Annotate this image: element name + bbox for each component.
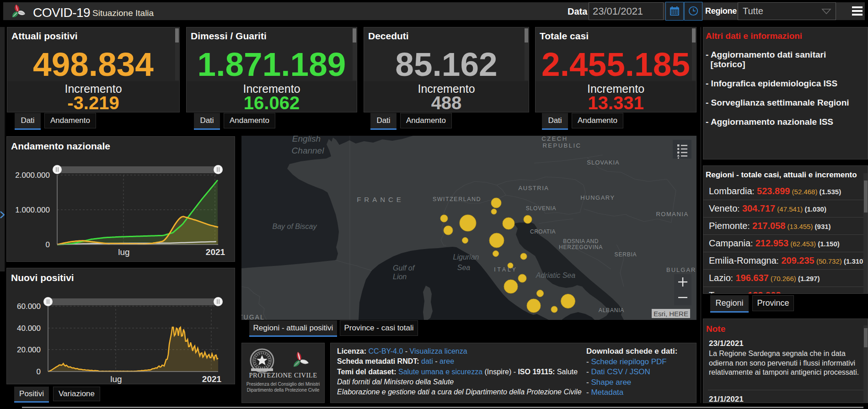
svg-text:Esri, HERE: Esri, HERE [654,310,688,318]
svg-text:60.000: 60.000 [17,302,41,311]
svg-text:SLOVAKIA: SLOVAKIA [587,159,619,166]
svg-text:lug: lug [118,247,129,257]
svg-text:Bay of Biscay: Bay of Biscay [273,223,317,230]
svg-text:Sea: Sea [457,264,471,271]
svg-text:1.000.000: 1.000.000 [15,206,50,214]
svg-text:ITALY: ITALY [494,266,518,273]
svg-text:Channel: Channel [292,146,325,155]
svg-text:ALBANIA: ALBANIA [599,307,624,313]
svg-text:CROATIA: CROATIA [530,228,556,235]
svg-text:HERZEGOVINA: HERZEGOVINA [559,244,603,250]
svg-text:lug: lug [110,374,122,384]
svg-text:FRANCE: FRANCE [357,196,404,203]
svg-text:2.000.000: 2.000.000 [15,171,50,180]
svg-text:Dipartimento della Protezione: Dipartimento della Protezione Civile [247,388,320,393]
svg-text:English: English [292,136,321,143]
svg-text:Gulf of: Gulf of [393,264,415,272]
svg-text:BOSNIA AND: BOSNIA AND [563,238,599,244]
svg-text:20.000: 20.000 [17,345,41,354]
svg-text:2021: 2021 [206,247,225,257]
svg-text:SWITZERLAND: SWITZERLAND [433,196,481,202]
svg-text:ROMANIA: ROMANIA [656,211,688,218]
svg-text:REPUBLIC: REPUBLIC [542,142,581,149]
svg-text:0: 0 [37,367,41,376]
svg-text:TUGAL: TUGAL [241,313,265,320]
svg-text:Ligurian: Ligurian [453,253,479,261]
svg-text:2021: 2021 [202,374,222,384]
svg-text:Adriatic Sea: Adriatic Sea [536,271,575,279]
svg-text:CZECH: CZECH [541,136,568,142]
svg-text:0: 0 [46,240,50,249]
svg-text:40.000: 40.000 [17,324,41,333]
svg-text:SLOVENIA: SLOVENIA [526,205,556,212]
svg-text:PROTEZIONE CIVILE: PROTEZIONE CIVILE [249,372,317,379]
svg-text:SERBIA: SERBIA [615,251,637,258]
svg-text:Presidenza del Consiglio dei M: Presidenza del Consiglio dei Ministri [246,382,320,387]
svg-text:Lion: Lion [393,273,407,281]
svg-text:BULGARI,: BULGARI, [666,266,697,273]
svg-text:HUNGARY: HUNGARY [580,194,615,201]
svg-text:AUSTRIA: AUSTRIA [519,185,549,191]
